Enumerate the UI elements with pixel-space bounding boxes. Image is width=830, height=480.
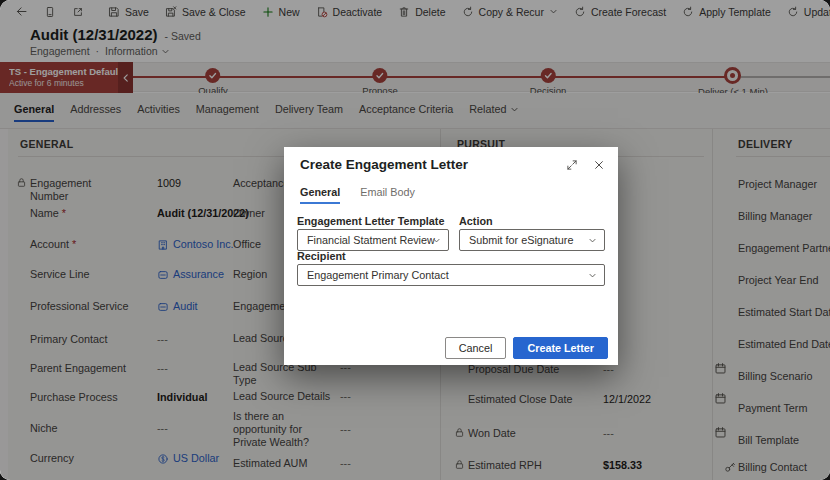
close-dialog-icon[interactable]: [593, 159, 605, 171]
recipient-label: Recipient: [297, 250, 346, 262]
chevron-down-icon: [588, 236, 597, 245]
template-label: Engagement Letter Template: [297, 215, 444, 227]
dialog-title: Create Engagement Letter: [300, 157, 468, 172]
dialog-tab-general[interactable]: General: [300, 186, 340, 204]
create-engagement-letter-dialog: Create Engagement Letter General Email B…: [284, 147, 618, 365]
dynamics-engagement-form: SaveSave & CloseNewDeactivateDeleteCopy …: [0, 0, 830, 480]
chevron-down-icon: [588, 271, 597, 280]
dialog-tab-email-body[interactable]: Email Body: [360, 186, 415, 204]
action-label: Action: [459, 215, 493, 227]
recipient-value: Engagement Primary Contact: [307, 269, 449, 281]
action-value: Submit for eSignature: [469, 234, 573, 246]
template-dropdown[interactable]: Financial Statment Review: [297, 229, 449, 251]
expand-dialog-icon[interactable]: [566, 159, 578, 171]
recipient-dropdown[interactable]: Engagement Primary Contact: [297, 264, 605, 286]
chevron-down-icon: [432, 236, 441, 245]
dialog-controls: [566, 159, 605, 171]
create-letter-button[interactable]: Create Letter: [513, 337, 608, 359]
cancel-button[interactable]: Cancel: [445, 337, 507, 359]
dialog-footer: Cancel Create Letter: [445, 337, 608, 359]
dialog-tabs: General Email Body: [300, 186, 415, 204]
action-dropdown[interactable]: Submit for eSignature: [459, 229, 605, 251]
template-value: Financial Statment Review: [307, 234, 435, 246]
